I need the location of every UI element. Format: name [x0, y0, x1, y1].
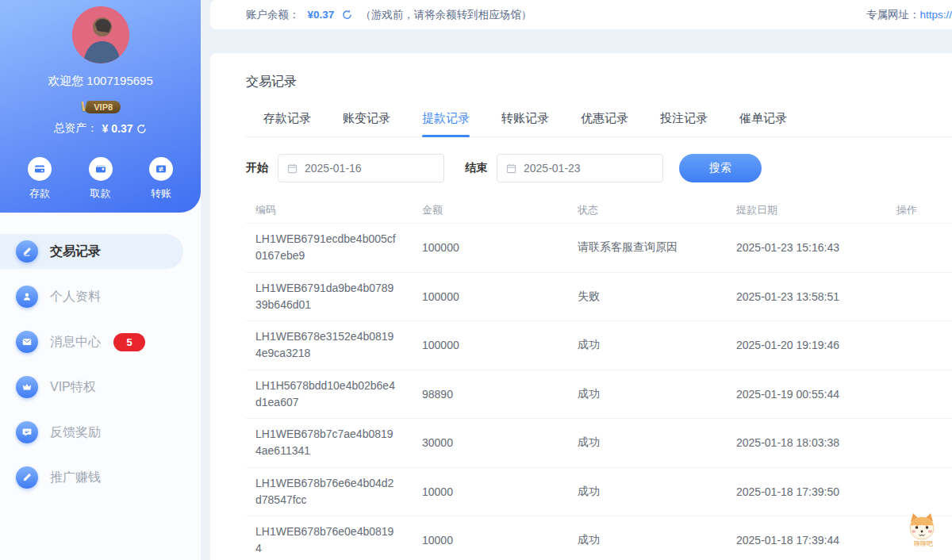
table-row: LH1WEB678b7c7ae4b08194ae611341 30000 成功 …	[246, 419, 952, 468]
cell-status: 失败	[568, 290, 727, 304]
cell-code: LH1H5678bdd10e4b02b6e4d1ea607	[246, 378, 397, 411]
chat-icon	[16, 421, 38, 443]
cell-date: 2025-01-23 13:58:51	[727, 290, 887, 303]
table-row: LH1WEB6791da9be4b078939b646d01 100000 失败…	[246, 273, 952, 322]
end-date-value: 2025-01-23	[524, 162, 581, 175]
assets-label: 总资产：	[54, 121, 98, 136]
cell-status: 成功	[568, 435, 727, 450]
cell-date: 2025-01-18 17:39:44	[727, 534, 887, 547]
assets-value: ¥ 0.37	[102, 122, 133, 135]
sidebar-item-transactions[interactable]: 交易记录	[0, 234, 183, 269]
cell-amount: 10000	[413, 485, 568, 498]
cell-status: 成功	[568, 387, 727, 401]
cell-status: 成功	[568, 485, 727, 499]
cell-amount: 30000	[413, 436, 568, 449]
transfer-button[interactable]: 转账	[142, 157, 180, 201]
site-label: 专属网址：	[866, 9, 920, 21]
envelope-icon	[16, 331, 38, 353]
avatar	[72, 6, 129, 63]
sidebar-item-vip[interactable]: VIP特权	[0, 370, 183, 405]
calendar-icon	[287, 163, 298, 174]
withdraw-label: 取款	[90, 186, 111, 201]
tab-promo-records[interactable]: 优惠记录	[581, 111, 628, 136]
deposit-label: 存款	[29, 186, 50, 201]
total-assets: 总资产： ¥ 0.37	[0, 121, 201, 136]
col-header-status: 状态	[568, 203, 727, 217]
vip-level: VIP8	[84, 101, 121, 113]
tab-deposit-records[interactable]: 存款记录	[263, 111, 311, 136]
table-row: LH1WEB6791ecdbe4b005cf0167ebe9 100000 请联…	[246, 224, 952, 273]
balance-value: ¥0.37	[308, 9, 335, 21]
tab-transfer-records[interactable]: 转账记录	[501, 111, 549, 136]
chat-mascot-widget[interactable]: 聊聊吧	[905, 512, 942, 548]
table-row: LH1WEB678e3152e4b08194e9ca3218 100000 成功…	[246, 321, 952, 370]
cell-code: LH1WEB6791ecdbe4b005cf0167ebe9	[246, 231, 397, 264]
cell-status: 成功	[568, 533, 727, 547]
cell-date: 2025-01-23 15:16:43	[727, 241, 887, 254]
col-header-date: 提款日期	[727, 203, 887, 217]
cell-amount: 10000	[413, 534, 568, 547]
withdraw-icon	[89, 157, 113, 181]
start-date-label: 开始	[246, 161, 268, 175]
assets-refresh-icon[interactable]	[136, 124, 147, 134]
sidebar-item-label: 交易记录	[50, 244, 101, 260]
sidebar-menu: 交易记录 个人资料 消息中心 5 VIP特权 反馈奖励	[0, 234, 201, 505]
withdraw-button[interactable]: 取款	[82, 157, 120, 201]
top-bar: 账户余额： ¥0.37 （游戏前，请将余额转到相应场馆） 专属网址：https:…	[210, 0, 952, 29]
sidebar-item-messages[interactable]: 消息中心 5	[0, 324, 183, 359]
tab-reminder-records[interactable]: 催单记录	[739, 111, 787, 136]
sidebar-item-feedback[interactable]: 反馈奖励	[0, 415, 183, 450]
cell-amount: 100000	[413, 339, 568, 351]
transfer-icon	[149, 157, 173, 181]
table-row: LH1H5678bdd10e4b02b6e4d1ea607 98890 成功 2…	[246, 370, 952, 420]
cell-code: LH1WEB678b7c7ae4b08194ae611341	[246, 426, 397, 459]
calendar-icon	[506, 163, 516, 174]
person-icon	[16, 286, 38, 308]
balance-note: （游戏前，请将余额转到相应场馆）	[360, 8, 532, 22]
cell-code: LH1WEB678b76e0e4b08194	[246, 524, 397, 557]
page-title: 交易记录	[246, 53, 952, 90]
edit-record-icon	[16, 240, 38, 263]
site-link[interactable]: https://	[920, 9, 952, 21]
cell-date: 2025-01-19 00:55:44	[727, 388, 887, 401]
end-date-input[interactable]: 2025-01-23	[497, 154, 663, 182]
vip-badge: V VIP8	[0, 100, 201, 114]
start-date-value: 2025-01-16	[305, 162, 362, 175]
start-date-input[interactable]: 2025-01-16	[278, 154, 444, 182]
deposit-button[interactable]: 存款	[21, 157, 59, 201]
cell-code: LH1WEB6791da9be4b078939b646d01	[246, 280, 397, 313]
sidebar-item-label: 个人资料	[50, 289, 101, 305]
end-date-label: 结束	[465, 161, 487, 175]
avatar-photo	[72, 6, 129, 63]
tab-bet-records[interactable]: 投注记录	[660, 111, 708, 136]
cell-amount: 100000	[413, 290, 568, 303]
cell-code: LH1WEB678b76e6e4b04d2d78547fcc	[246, 475, 397, 508]
sidebar-item-label: VIP特权	[50, 379, 96, 396]
search-button[interactable]: 搜索	[679, 154, 762, 182]
quick-actions: 存款 取款 转账	[0, 157, 201, 201]
sidebar-item-promotion[interactable]: 推广赚钱	[0, 460, 183, 495]
crown-icon	[16, 376, 38, 398]
cell-date: 2025-01-20 19:19:46	[727, 339, 887, 351]
balance-refresh-icon[interactable]	[342, 10, 352, 20]
deposit-icon	[28, 157, 52, 181]
mascot-label: 聊聊吧	[905, 539, 942, 548]
tab-withdrawal-records[interactable]: 提款记录	[422, 111, 470, 136]
cell-status: 成功	[568, 338, 727, 352]
col-header-amount: 金额	[413, 203, 568, 217]
table-row: LH1WEB678b76e0e4b08194 10000 成功 2025-01-…	[246, 516, 952, 560]
sidebar-item-profile[interactable]: 个人资料	[0, 279, 183, 314]
col-header-action: 操作	[887, 203, 952, 217]
cell-amount: 98890	[413, 388, 568, 401]
withdrawal-table: 编码 金额 状态 提款日期 操作 LH1WEB6791ecdbe4b005cf0…	[246, 201, 952, 560]
tab-account-change-records[interactable]: 账变记录	[343, 111, 390, 136]
shiba-dog-icon	[905, 512, 939, 541]
table-row: LH1WEB678b76e6e4b04d2d78547fcc 10000 成功 …	[246, 468, 952, 517]
cell-status: 请联系客服查询原因	[568, 240, 727, 255]
cell-date: 2025-01-18 17:39:50	[727, 485, 887, 498]
record-tabs: 存款记录 账变记录 提款记录 转账记录 优惠记录 投注记录 催单记录	[246, 111, 952, 137]
user-panel: 欢迎您 1007195695 V VIP8 总资产： ¥ 0.37 存款	[0, 0, 201, 213]
col-header-code: 编码	[246, 203, 413, 217]
sidebar-item-label: 推广赚钱	[50, 470, 101, 486]
cell-date: 2025-01-18 18:03:38	[727, 436, 887, 449]
